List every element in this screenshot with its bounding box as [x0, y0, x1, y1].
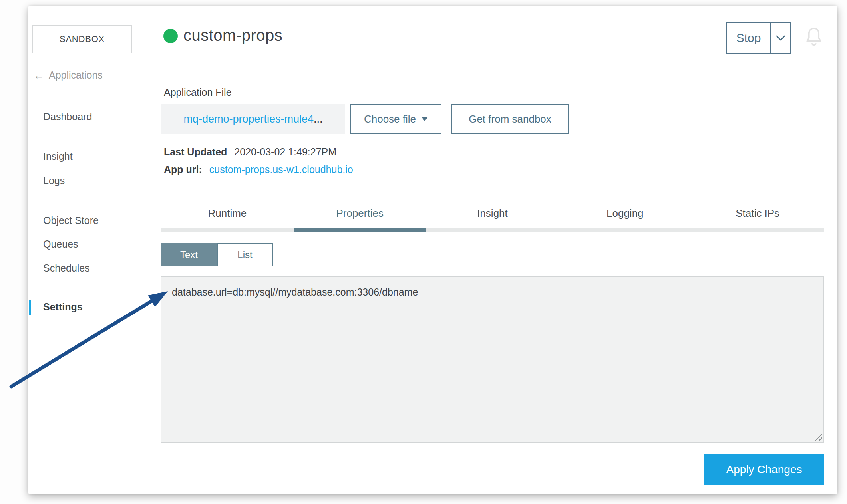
page-title: custom-props [183, 26, 282, 44]
get-from-sandbox-button[interactable]: Get from sandbox [451, 104, 569, 134]
active-item-indicator [29, 300, 31, 315]
properties-view-toggle: Text List [161, 243, 273, 266]
tab-underline-track [161, 228, 824, 232]
view-mode-text-button[interactable]: Text [161, 243, 217, 266]
sidebar-item-settings[interactable]: Settings [43, 300, 83, 313]
sidebar: SANDBOX ← Applications Dashboard Insight… [28, 6, 145, 494]
back-to-applications-link[interactable]: ← Applications [34, 69, 103, 81]
sidebar-item-insight[interactable]: Insight [43, 150, 73, 163]
back-link-label: Applications [49, 69, 103, 81]
caret-down-icon [422, 117, 428, 121]
back-arrow-icon: ← [34, 70, 44, 81]
application-file-label: Application File [164, 87, 232, 98]
choose-file-button[interactable]: Choose file [350, 104, 441, 134]
tab-logging[interactable]: Logging [559, 203, 691, 223]
stop-dropdown-button[interactable] [770, 23, 790, 53]
properties-editor-wrap: database.url=db:mysql//mydatabase.com:33… [161, 276, 824, 443]
app-url-label: App url: [164, 164, 202, 175]
application-window: SANDBOX ← Applications Dashboard Insight… [28, 6, 837, 494]
sidebar-item-queues[interactable]: Queues [43, 238, 78, 250]
page: SANDBOX ← Applications Dashboard Insight… [0, 0, 847, 504]
last-updated-value: 2020-03-02 1:49:27PM [234, 146, 336, 158]
sidebar-item-dashboard[interactable]: Dashboard [43, 110, 92, 123]
app-status-icon [163, 29, 178, 43]
active-tab-underline [294, 228, 426, 232]
app-url-row: App url: custom-props.us-w1.cloudhub.io [164, 164, 353, 175]
tab-properties[interactable]: Properties [294, 203, 426, 223]
sidebar-item-schedules[interactable]: Schedules [43, 262, 90, 274]
tab-insight[interactable]: Insight [426, 203, 559, 223]
view-mode-list-button[interactable]: List [217, 243, 273, 266]
app-url-link[interactable]: custom-props.us-w1.cloudhub.io [209, 164, 353, 175]
tab-static-ips[interactable]: Static IPs [691, 203, 824, 223]
last-updated-label: Last Updated [164, 146, 227, 158]
sidebar-item-object-store[interactable]: Object Store [43, 214, 99, 227]
properties-textarea[interactable]: database.url=db:mysql//mydatabase.com:33… [161, 276, 824, 443]
sidebar-item-logs[interactable]: Logs [43, 174, 65, 187]
application-file-row: mq-demo-properties-mule4... Choose file … [161, 104, 824, 134]
apply-changes-button[interactable]: Apply Changes [704, 454, 824, 485]
settings-tabs: Runtime Properties Insight Logging Stati… [161, 203, 824, 223]
current-file-chip: mq-demo-properties-mule4... [161, 104, 345, 134]
choose-file-label: Choose file [364, 113, 416, 125]
main-content: custom-props Stop Application File [161, 6, 824, 494]
environment-selector[interactable]: SANDBOX [32, 25, 132, 53]
last-updated-row: Last Updated 2020-03-02 1:49:27PM [164, 146, 336, 158]
file-name-ellipsis: ... [314, 113, 323, 125]
notifications-bell-icon[interactable] [803, 26, 824, 48]
chevron-down-icon [775, 34, 786, 42]
file-name-link[interactable]: mq-demo-properties-mule4 [183, 113, 314, 125]
tab-runtime[interactable]: Runtime [161, 203, 294, 223]
stop-split-button: Stop [726, 22, 791, 54]
stop-button[interactable]: Stop [727, 23, 770, 53]
textarea-resize-handle[interactable] [815, 434, 822, 441]
